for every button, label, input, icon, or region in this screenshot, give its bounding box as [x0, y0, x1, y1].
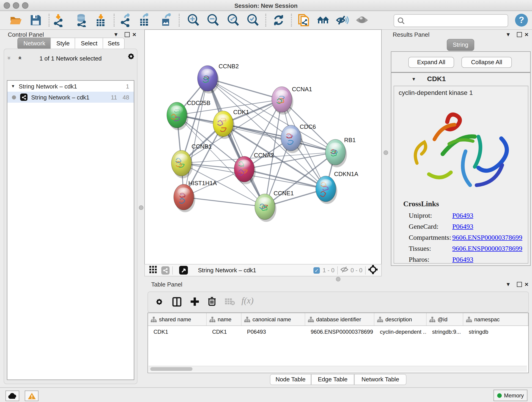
collapse-all-networks-icon[interactable]: »: [6, 56, 13, 60]
save-session-icon[interactable]: [29, 13, 43, 27]
memory-button[interactable]: Memory: [494, 390, 527, 401]
memory-status-icon: [497, 393, 502, 398]
column-header-database-identifier[interactable]: database identifier: [305, 313, 374, 325]
table-cell[interactable]: CDK1: [148, 326, 207, 338]
gene-collapse-triangle-icon[interactable]: ▼: [412, 77, 416, 82]
network-graph[interactable]: CCNB2CCNA1CDC25BCDK1CDC6RB1CCNB1CCNA2CDK…: [145, 30, 381, 264]
home-pages-icon[interactable]: [316, 13, 330, 27]
panel-close-icon[interactable]: ×: [525, 281, 528, 288]
table-cell[interactable]: 9606.ENSP00000378699: [305, 326, 374, 338]
tab-string[interactable]: String: [447, 39, 474, 51]
network-share-view-icon[interactable]: [161, 266, 170, 274]
left-splitter-handle[interactable]: [139, 205, 143, 210]
column-header-canonical-name[interactable]: canonical name: [241, 313, 305, 325]
network-row[interactable]: String Network – cdk1 11 48: [7, 92, 134, 103]
search-box[interactable]: [394, 14, 508, 27]
zoom-fit-icon[interactable]: [226, 13, 240, 27]
network-edge-CCNB2-HIST1H1A[interactable]: [184, 78, 208, 197]
open-session-icon[interactable]: [9, 13, 23, 27]
cloud-button[interactable]: [6, 390, 19, 401]
warning-icon: [27, 392, 36, 400]
table-settings-gear-icon[interactable]: [155, 298, 164, 308]
crosslink-label: Tissues:: [409, 245, 452, 253]
panel-close-icon[interactable]: ×: [133, 31, 136, 38]
table-cell[interactable]: stringdb: [463, 326, 528, 338]
export-image-icon[interactable]: [159, 13, 173, 27]
share-document-icon[interactable]: [297, 13, 311, 27]
table-horizontal-scrollbar[interactable]: [148, 366, 527, 372]
panel-menu-icon[interactable]: ▾: [507, 31, 510, 38]
table-cell[interactable]: cyclin-dependent ...: [374, 326, 427, 338]
panel-menu-icon[interactable]: ▾: [114, 31, 117, 38]
collapse-triangle-icon[interactable]: ▼: [11, 84, 15, 89]
show-columns-icon[interactable]: [172, 297, 181, 308]
warnings-button[interactable]: [25, 390, 38, 401]
show-selection-eye-icon[interactable]: [355, 13, 369, 27]
refresh-icon[interactable]: [272, 13, 285, 27]
tab-edge-table[interactable]: Edge Table: [311, 374, 354, 385]
results-panel-title: Results Panel: [393, 31, 429, 38]
network-collection-row[interactable]: ▼ String Network – cdk1 1: [7, 81, 134, 92]
import-table-icon[interactable]: [94, 13, 108, 27]
search-input[interactable]: [407, 17, 508, 24]
delete-column-trash-icon[interactable]: [208, 297, 216, 308]
collapse-all-button[interactable]: Collapse All: [462, 57, 512, 68]
expand-all-button[interactable]: Expand All: [408, 57, 454, 68]
table-cell[interactable]: stringdb:9...: [427, 326, 463, 338]
table-cell[interactable]: CDK1: [207, 326, 241, 338]
table-toolbar: f(x): [147, 292, 529, 313]
zoom-selected-icon[interactable]: [246, 13, 260, 27]
help-button[interactable]: ?: [515, 14, 528, 27]
birds-eye-view-icon[interactable]: [368, 265, 378, 275]
expand-all-networks-icon[interactable]: »: [16, 56, 23, 60]
export-table-icon[interactable]: [138, 13, 152, 27]
results-content-box: ▼ CDK1 cyclin-dependent kinase 1: [391, 72, 531, 266]
panel-float-icon[interactable]: [517, 282, 522, 287]
collection-count: 1: [126, 83, 129, 89]
results-buttons-box: Expand All Collapse All: [391, 51, 531, 72]
column-header-shared-name[interactable]: shared name: [148, 313, 207, 325]
scrollbar-thumb[interactable]: [150, 367, 192, 371]
tab-node-table[interactable]: Node Table: [270, 374, 311, 385]
panel-close-icon[interactable]: ×: [525, 31, 528, 38]
crosslink-link[interactable]: P06493: [452, 212, 473, 220]
right-splitter-handle[interactable]: [384, 150, 388, 155]
tab-style[interactable]: Style: [51, 38, 76, 50]
column-header-name[interactable]: name: [207, 313, 241, 325]
network-edge-CCNB2-CCNE1[interactable]: [208, 78, 265, 207]
table-row[interactable]: CDK1CDK1P064939606.ENSP00000378699cyclin…: [148, 326, 528, 338]
column-header-namespac[interactable]: namespac: [463, 313, 528, 325]
network-edge-CDK1-RB1[interactable]: [223, 124, 336, 152]
zoom-in-icon[interactable]: [186, 13, 200, 27]
crosslink-link[interactable]: P06493: [452, 256, 473, 264]
network-edge-CCNA2-CDKN1A[interactable]: [244, 169, 326, 189]
crosslink-link[interactable]: 9606.ENSP00000378699: [452, 245, 522, 253]
detach-view-icon[interactable]: [179, 266, 188, 274]
tab-sets[interactable]: Sets: [103, 38, 125, 50]
panel-menu-icon[interactable]: ▾: [507, 281, 510, 287]
crosslink-row: Compartments:9606.ENSP00000378699: [409, 234, 523, 242]
selected-checkbox-icon[interactable]: ✓: [313, 267, 320, 274]
export-network-icon[interactable]: [119, 13, 133, 27]
network-edge-HIST1H1A-CCNE1[interactable]: [184, 197, 265, 207]
tab-select[interactable]: Select: [75, 38, 104, 50]
column-header--id[interactable]: @id: [427, 313, 463, 325]
import-network-file-icon[interactable]: [52, 13, 66, 27]
hidden-eye-icon[interactable]: [341, 266, 348, 274]
tab-network-table[interactable]: Network Table: [354, 374, 406, 385]
tab-network[interactable]: Network: [17, 38, 51, 50]
zoom-out-icon[interactable]: [206, 13, 220, 27]
panel-float-icon[interactable]: [125, 32, 130, 37]
table-cell[interactable]: P06493: [241, 326, 305, 338]
column-header-description[interactable]: description: [374, 313, 427, 325]
network-options-gear-icon[interactable]: [127, 52, 135, 62]
network-selection-summary: 1 of 1 Network selected: [32, 55, 109, 62]
network-canvas[interactable]: CCNB2CCNA1CDC25BCDK1CDC6RB1CCNB1CCNA2CDK…: [144, 29, 382, 264]
grid-view-icon[interactable]: [149, 266, 157, 274]
add-column-icon[interactable]: [190, 297, 199, 308]
hide-selection-eye-icon[interactable]: [336, 13, 349, 27]
import-network-database-icon[interactable]: [75, 13, 89, 27]
crosslink-link[interactable]: P06493: [452, 223, 473, 230]
panel-float-icon[interactable]: [517, 32, 522, 37]
crosslink-link[interactable]: 9606.ENSP00000378699: [452, 234, 522, 242]
